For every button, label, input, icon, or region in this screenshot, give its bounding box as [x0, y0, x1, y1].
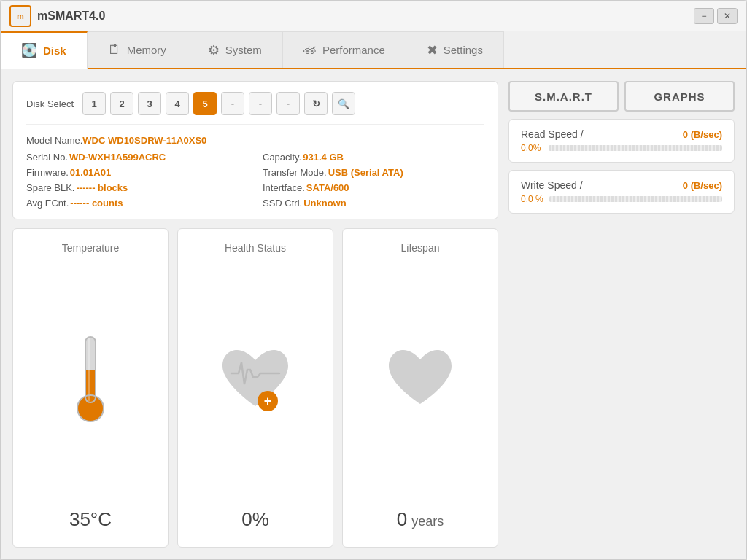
health-title: Health Status [225, 242, 286, 254]
read-speed-track [549, 145, 722, 151]
capacity-value: 931.4 GB [303, 152, 344, 163]
write-speed-bottom: 0.0 % [521, 194, 722, 204]
write-speed-value: 0 (B/sec) [683, 180, 722, 191]
interface-row: Intertface. SATA/600 [263, 182, 484, 193]
health-heart-icon: + [215, 344, 295, 417]
bottom-cards: Temperature [12, 228, 498, 548]
health-card: Health Status + 0% [177, 228, 333, 548]
tab-memory[interactable]: 🗒 Memory [88, 31, 187, 68]
disk-btn-6[interactable]: - [221, 92, 244, 115]
lifespan-heart-icon [380, 344, 460, 417]
transfer-label: Transfer Mode. [263, 167, 327, 178]
capacity-label: Capacity. [263, 152, 301, 163]
left-panel: Disk Select 1 2 3 4 5 - - - ↻ 🔍 Model [12, 81, 498, 548]
title-bar-left: m mSMART4.0 [9, 5, 105, 27]
write-speed-pct: 0.0 % [521, 194, 543, 204]
smart-button[interactable]: S.M.A.R.T [508, 81, 619, 112]
disk-select-label: Disk Select [26, 98, 74, 109]
temperature-title: Temperature [62, 242, 120, 254]
app-window: m mSMART4.0 − ✕ 💽 Disk 🗒 Memory ⚙ System… [0, 0, 747, 560]
disk-refresh-button[interactable]: ↻ [304, 92, 328, 115]
temperature-card: Temperature [12, 228, 169, 548]
model-name-row: Model Name.WDC WD10SDRW-11A0XS0 [26, 135, 484, 146]
thermometer-icon [65, 330, 116, 432]
spare-value: ------ blocks [77, 182, 128, 193]
performance-tab-icon: 🏎 [303, 42, 317, 58]
interface-label: Intertface. [263, 182, 305, 193]
capacity-row: Capacity. 931.4 GB [263, 152, 484, 163]
disk-btn-8[interactable]: - [276, 92, 300, 115]
model-value: WDC WD10SDRW-11A0XS0 [82, 135, 206, 146]
svg-rect-4 [88, 337, 90, 401]
spare-label: Spare BLK. [26, 182, 75, 193]
serial-row: Serial No. WD-WXH1A599ACRC [26, 152, 248, 163]
read-speed-card: Read Speed / 0 (B/sec) 0.0% [508, 119, 735, 163]
app-logo: m [9, 5, 31, 27]
graphs-button[interactable]: GRAPHS [624, 81, 735, 112]
system-tab-icon: ⚙ [208, 42, 220, 58]
lifespan-card: Lifespan 0 years [342, 228, 498, 548]
disk-search-button[interactable]: 🔍 [332, 92, 355, 115]
title-bar: m mSMART4.0 − ✕ [1, 1, 746, 31]
ssdctrl-label: SSD Ctrl. [263, 198, 302, 209]
read-speed-bottom: 0.0% [521, 143, 722, 153]
tab-system[interactable]: ⚙ System [187, 31, 283, 68]
lifespan-value: 0 [397, 508, 407, 531]
read-speed-label: Read Speed / [521, 128, 584, 140]
spare-row: Spare BLK. ------ blocks [26, 182, 248, 193]
info-grid: Serial No. WD-WXH1A599ACRC Capacity. 931… [26, 152, 484, 209]
tab-performance[interactable]: 🏎 Performance [283, 31, 406, 68]
write-speed-top: Write Speed / 0 (B/sec) [521, 179, 722, 191]
right-panel: S.M.A.R.T GRAPHS Read Speed / 0 (B/sec) … [508, 81, 735, 548]
disk-btn-7[interactable]: - [249, 92, 272, 115]
tab-disk-label: Disk [43, 44, 66, 57]
write-speed-card: Write Speed / 0 (B/sec) 0.0 % [508, 170, 735, 214]
read-speed-top: Read Speed / 0 (B/sec) [521, 128, 722, 140]
serial-label: Serial No. [26, 152, 68, 163]
lifespan-title: Lifespan [401, 242, 440, 254]
close-button[interactable]: ✕ [717, 8, 738, 24]
tab-performance-label: Performance [322, 44, 385, 56]
firmware-row: Firmware. 01.01A01 [26, 167, 248, 178]
avgecnt-label: Avg ECnt. [26, 198, 69, 209]
main-content: Disk Select 1 2 3 4 5 - - - ↻ 🔍 Model [1, 69, 746, 559]
read-speed-pct: 0.0% [521, 143, 543, 153]
window-controls: − ✕ [694, 8, 738, 24]
tab-bar: 💽 Disk 🗒 Memory ⚙ System 🏎 Performance ✖… [1, 31, 746, 69]
settings-tab-icon: ✖ [427, 42, 438, 58]
memory-tab-icon: 🗒 [108, 42, 121, 58]
disk-btn-2[interactable]: 2 [110, 92, 133, 115]
disk-select-row: Disk Select 1 2 3 4 5 - - - ↻ 🔍 [26, 92, 484, 125]
health-value: 0% [241, 508, 269, 531]
firmware-label: Firmware. [26, 167, 69, 178]
tab-memory-label: Memory [127, 44, 166, 56]
read-speed-value: 0 (B/sec) [683, 129, 722, 140]
disk-btn-5[interactable]: 5 [193, 92, 217, 115]
ssdctrl-value: Unknown [303, 198, 347, 209]
interface-value: SATA/600 [306, 182, 349, 193]
ssdctrl-row: SSD Ctrl. Unknown [263, 198, 484, 209]
lifespan-value-row: 0 years [397, 508, 444, 531]
smart-graphs-row: S.M.A.R.T GRAPHS [508, 81, 735, 112]
tab-disk[interactable]: 💽 Disk [1, 31, 88, 69]
disk-btn-1[interactable]: 1 [82, 92, 106, 115]
app-title: mSMART4.0 [37, 9, 105, 23]
tab-settings-label: Settings [444, 44, 483, 56]
model-label: Model Name. [26, 135, 82, 146]
transfer-value: USB (Serial ATA) [328, 167, 403, 178]
lifespan-unit: years [411, 514, 444, 529]
minimize-button[interactable]: − [694, 8, 714, 24]
avgecnt-value: ------ counts [70, 198, 123, 209]
health-icon-wrap: + [215, 260, 295, 501]
firmware-value: 01.01A01 [70, 167, 111, 178]
disk-info-card: Disk Select 1 2 3 4 5 - - - ↻ 🔍 Model [12, 81, 498, 219]
disk-details: Model Name.WDC WD10SDRW-11A0XS0 Serial N… [26, 135, 484, 209]
tab-settings[interactable]: ✖ Settings [406, 31, 504, 68]
write-speed-label: Write Speed / [521, 179, 583, 191]
serial-value: WD-WXH1A599ACRC [69, 152, 166, 163]
avgecnt-row: Avg ECnt. ------ counts [26, 198, 248, 209]
thermometer-wrap [65, 260, 116, 501]
disk-btn-3[interactable]: 3 [138, 92, 161, 115]
svg-text:+: + [264, 394, 272, 408]
disk-btn-4[interactable]: 4 [166, 92, 189, 115]
